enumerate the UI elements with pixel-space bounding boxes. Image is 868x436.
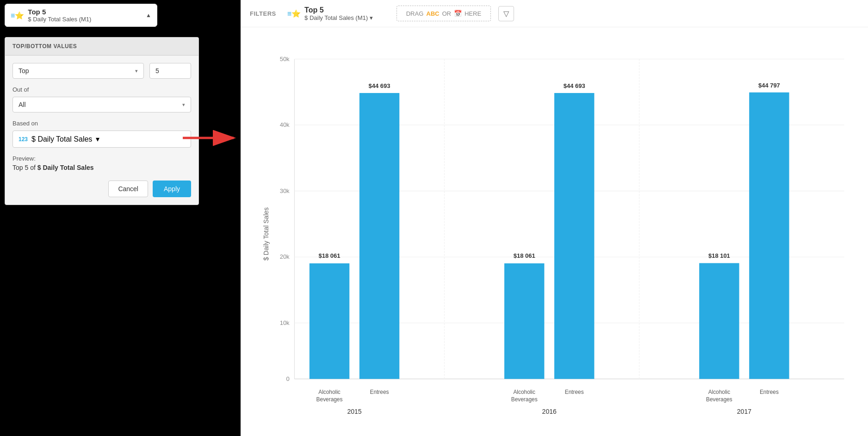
top-bottom-select[interactable]: Top ▾ bbox=[12, 63, 144, 79]
preview-static: Top 5 of bbox=[12, 164, 37, 171]
basedon-section: Based on 123 $ Daily Total Sales ▾ bbox=[12, 120, 191, 148]
chevron-down-icon: ▾ bbox=[135, 68, 138, 74]
numeric-icon: 123 bbox=[19, 136, 28, 143]
abc-label: ABC bbox=[426, 10, 439, 17]
filter-icon: ▽ bbox=[503, 10, 509, 18]
svg-text:Alcoholic: Alcoholic bbox=[318, 389, 341, 395]
top-row: Top ▾ bbox=[12, 63, 191, 79]
chart-title-main: Top 5 bbox=[304, 6, 373, 14]
svg-text:$ Daily Total Sales: $ Daily Total Sales bbox=[262, 207, 270, 261]
svg-text:Beverages: Beverages bbox=[316, 396, 343, 403]
svg-text:$18 061: $18 061 bbox=[319, 252, 341, 259]
preview-bold: $ Daily Total Sales bbox=[37, 164, 94, 171]
basedon-label: Based on bbox=[12, 120, 191, 127]
apply-button[interactable]: Apply bbox=[153, 181, 191, 197]
button-row: Cancel Apply bbox=[5, 181, 198, 197]
outof-section: Out of All ▾ bbox=[12, 86, 191, 112]
svg-text:$44 797: $44 797 bbox=[758, 82, 780, 89]
svg-text:40k: 40k bbox=[280, 121, 290, 128]
chevron-down-icon-chart[interactable]: ▾ bbox=[370, 14, 373, 21]
outof-select[interactable]: All ▾ bbox=[12, 97, 191, 112]
popup-title: TOP/BOTTOM VALUES bbox=[5, 37, 198, 56]
preview-text: Top 5 of $ Daily Total Sales bbox=[12, 164, 191, 171]
svg-text:2017: 2017 bbox=[737, 408, 751, 415]
svg-text:20k: 20k bbox=[280, 254, 290, 261]
outof-label: Out of bbox=[12, 86, 191, 93]
basedon-value: $ Daily Total Sales bbox=[31, 135, 92, 143]
filters-label: FILTERS bbox=[250, 10, 276, 17]
or-label: OR bbox=[442, 10, 451, 17]
chart-title-sub: $ Daily Total Sales (M1) ▾ bbox=[304, 14, 373, 21]
svg-text:$44 693: $44 693 bbox=[564, 82, 585, 89]
svg-text:Beverages: Beverages bbox=[511, 396, 538, 403]
svg-text:$44 693: $44 693 bbox=[369, 82, 391, 89]
dropdown-title: Top 5 bbox=[28, 8, 142, 16]
svg-text:30k: 30k bbox=[280, 187, 290, 194]
bar-2015-entrees[interactable] bbox=[360, 93, 399, 379]
filter-button[interactable]: ▽ bbox=[498, 6, 514, 21]
svg-text:0: 0 bbox=[286, 375, 289, 382]
chevron-down-icon-outof: ▾ bbox=[182, 102, 185, 108]
svg-text:Alcoholic: Alcoholic bbox=[708, 389, 731, 395]
drag-text: DRAG bbox=[406, 10, 424, 17]
preview-section: Preview: Top 5 of $ Daily Total Sales bbox=[12, 155, 191, 171]
svg-text:10k: 10k bbox=[280, 319, 290, 326]
chart-header: FILTERS ≡⭐ Top 5 $ Daily Total Sales (M1… bbox=[241, 0, 868, 27]
svg-text:Entrees: Entrees bbox=[760, 389, 779, 395]
drag-drop-area[interactable]: DRAG ABC OR 📅 HERE bbox=[397, 6, 491, 21]
bar-2016-alcoholic[interactable] bbox=[504, 263, 544, 379]
left-panel: ≡⭐ Top 5 $ Daily Total Sales (M1) ▲ TOP/… bbox=[0, 0, 199, 436]
bar-2016-entrees[interactable] bbox=[554, 93, 594, 379]
top-bottom-popup: TOP/BOTTOM VALUES Top ▾ Out of All ▾ bbox=[5, 37, 199, 205]
top-bottom-value: Top bbox=[19, 67, 131, 75]
arrow-indicator bbox=[180, 129, 241, 149]
bar-2017-alcoholic[interactable] bbox=[699, 263, 739, 379]
svg-text:$18 101: $18 101 bbox=[708, 252, 730, 259]
top5-dropdown-header[interactable]: ≡⭐ Top 5 $ Daily Total Sales (M1) ▲ bbox=[5, 4, 157, 27]
sort-star-icon-chart: ≡⭐ bbox=[287, 9, 301, 18]
svg-text:Alcoholic: Alcoholic bbox=[513, 389, 535, 395]
sort-star-icon: ≡⭐ bbox=[11, 11, 24, 20]
chart-svg-area: $ Daily Total Sales 50k 40k 30k 20k 10k bbox=[254, 37, 854, 431]
calendar-icon: 📅 bbox=[454, 10, 462, 17]
preview-label: Preview: bbox=[12, 155, 191, 162]
top-number-input[interactable] bbox=[149, 63, 191, 79]
svg-text:50k: 50k bbox=[280, 56, 290, 62]
chevron-down-icon-basedon: ▾ bbox=[96, 135, 99, 143]
chevron-up-icon: ▲ bbox=[146, 12, 151, 19]
chart-area: FILTERS ≡⭐ Top 5 $ Daily Total Sales (M1… bbox=[241, 0, 868, 436]
chart-title-block: ≡⭐ Top 5 $ Daily Total Sales (M1) ▾ bbox=[287, 6, 389, 21]
here-label: HERE bbox=[465, 10, 481, 17]
svg-text:Beverages: Beverages bbox=[706, 396, 732, 403]
basedon-select[interactable]: 123 $ Daily Total Sales ▾ bbox=[12, 131, 191, 148]
dropdown-subtitle: $ Daily Total Sales (M1) bbox=[28, 16, 142, 23]
bar-chart: $ Daily Total Sales 50k 40k 30k 20k 10k bbox=[254, 37, 854, 431]
chart-content: $ Daily Total Sales 50k 40k 30k 20k 10k bbox=[241, 27, 868, 436]
svg-text:$18 061: $18 061 bbox=[514, 252, 535, 259]
bar-2017-entrees[interactable] bbox=[749, 93, 789, 379]
svg-text:2015: 2015 bbox=[347, 408, 361, 415]
outof-value: All bbox=[19, 101, 179, 108]
bar-2015-alcoholic[interactable] bbox=[310, 263, 349, 379]
svg-text:2016: 2016 bbox=[542, 408, 557, 415]
svg-text:Entrees: Entrees bbox=[565, 389, 584, 395]
cancel-button[interactable]: Cancel bbox=[108, 181, 148, 197]
svg-text:Entrees: Entrees bbox=[370, 389, 389, 395]
